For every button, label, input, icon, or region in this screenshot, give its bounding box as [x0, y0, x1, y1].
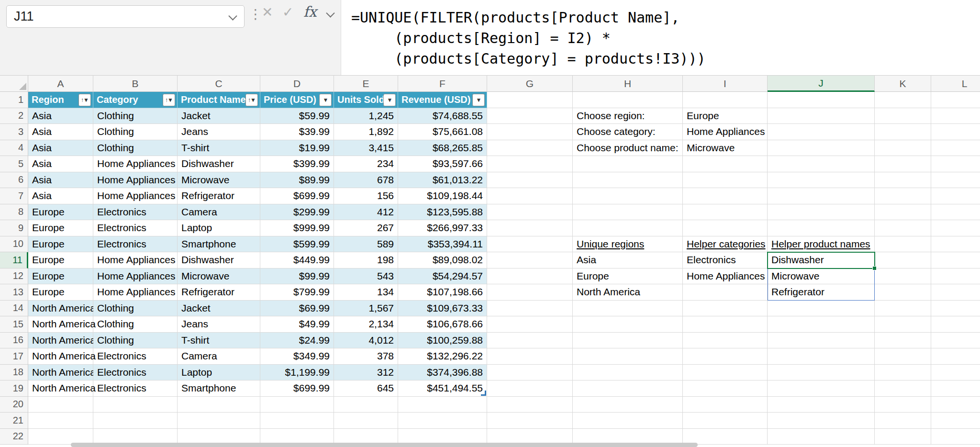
- cell-B12[interactable]: Home Appliances: [93, 268, 178, 285]
- cell-C4[interactable]: T-shirt: [178, 140, 260, 156]
- cell-I11[interactable]: Electronics: [683, 252, 768, 268]
- cell-B6[interactable]: Home Appliances: [93, 172, 178, 189]
- cell-E8[interactable]: 412: [334, 204, 398, 221]
- cell-B17[interactable]: Electronics: [93, 348, 178, 365]
- cell-K22[interactable]: [875, 429, 931, 445]
- cell-K10[interactable]: [875, 236, 931, 253]
- name-box[interactable]: J11: [6, 5, 245, 28]
- cell-C10[interactable]: Smartphone: [178, 236, 260, 253]
- cell-G5[interactable]: [487, 156, 573, 172]
- cell-K5[interactable]: [875, 156, 931, 172]
- cell-J21[interactable]: [768, 413, 875, 429]
- cell-B7[interactable]: Home Appliances: [93, 188, 178, 204]
- cell-G10[interactable]: [487, 236, 573, 253]
- cell-C1[interactable]: Product Name↑▼: [178, 92, 260, 108]
- formula-bar-collapse-icon[interactable]: [326, 9, 334, 17]
- cell-L12[interactable]: [931, 268, 980, 285]
- cell-D20[interactable]: [260, 397, 334, 413]
- column-header-L[interactable]: L: [931, 76, 980, 92]
- cell-J6[interactable]: [768, 172, 875, 189]
- cell-D5[interactable]: $399.99: [260, 156, 334, 172]
- cell-K11[interactable]: [875, 252, 931, 268]
- cell-J5[interactable]: [768, 156, 875, 172]
- cell-D13[interactable]: $799.99: [260, 284, 334, 301]
- cell-C17[interactable]: Camera: [178, 348, 260, 365]
- cell-C11[interactable]: Dishwasher: [178, 252, 260, 268]
- cell-B1[interactable]: Category↑▼: [93, 92, 178, 108]
- cell-G16[interactable]: [487, 333, 573, 349]
- cell-I7[interactable]: [683, 188, 768, 204]
- cell-E14[interactable]: 1,567: [334, 301, 398, 317]
- cell-C9[interactable]: Laptop: [178, 220, 260, 236]
- cell-F4[interactable]: $68,265.85: [398, 140, 487, 156]
- cell-E1[interactable]: Units Sold▼: [334, 92, 398, 108]
- cell-A7[interactable]: Asia: [28, 188, 93, 204]
- cell-L8[interactable]: [931, 204, 980, 221]
- column-header-G[interactable]: G: [487, 76, 573, 92]
- cell-F5[interactable]: $93,597.66: [398, 156, 487, 172]
- cell-D12[interactable]: $99.99: [260, 268, 334, 285]
- cell-E13[interactable]: 134: [334, 284, 398, 301]
- column-header-F[interactable]: F: [398, 76, 487, 92]
- cell-L14[interactable]: [931, 301, 980, 317]
- cell-I21[interactable]: [683, 413, 768, 429]
- cell-J18[interactable]: [768, 365, 875, 381]
- row-header-6[interactable]: 6: [0, 172, 28, 189]
- cell-C16[interactable]: T-shirt: [178, 333, 260, 349]
- cell-G22[interactable]: [487, 429, 573, 445]
- row-header-4[interactable]: 4: [0, 140, 28, 156]
- cell-D8[interactable]: $299.99: [260, 204, 334, 221]
- cell-H1[interactable]: [573, 92, 683, 108]
- row-header-22[interactable]: 22: [0, 429, 28, 445]
- cell-F3[interactable]: $75,661.08: [398, 124, 487, 140]
- enter-button[interactable]: ✓: [282, 4, 293, 20]
- cell-J13[interactable]: Refrigerator: [768, 284, 875, 301]
- cell-C12[interactable]: Microwave: [178, 268, 260, 285]
- cell-I18[interactable]: [683, 365, 768, 381]
- cell-L4[interactable]: [931, 140, 980, 156]
- cell-A2[interactable]: Asia: [28, 108, 93, 124]
- cell-I15[interactable]: [683, 316, 768, 333]
- cell-E16[interactable]: 4,012: [334, 333, 398, 349]
- cell-I3[interactable]: Home Appliances: [683, 124, 768, 140]
- cell-D3[interactable]: $39.99: [260, 124, 334, 140]
- cell-E4[interactable]: 3,415: [334, 140, 398, 156]
- cell-A13[interactable]: Europe: [28, 284, 93, 301]
- filter-dropdown-button[interactable]: ▼: [319, 94, 332, 106]
- cell-B5[interactable]: Home Appliances: [93, 156, 178, 172]
- cell-L6[interactable]: [931, 172, 980, 189]
- cell-A17[interactable]: North America: [28, 348, 93, 365]
- cell-B13[interactable]: Home Appliances: [93, 284, 178, 301]
- cell-D17[interactable]: $349.99: [260, 348, 334, 365]
- cell-B18[interactable]: Electronics: [93, 365, 178, 381]
- cell-L15[interactable]: [931, 316, 980, 333]
- cell-D9[interactable]: $999.99: [260, 220, 334, 236]
- cell-D14[interactable]: $69.99: [260, 301, 334, 317]
- cell-H11[interactable]: Asia: [573, 252, 683, 268]
- cell-G9[interactable]: [487, 220, 573, 236]
- cell-L11[interactable]: [931, 252, 980, 268]
- cell-E11[interactable]: 198: [334, 252, 398, 268]
- cell-I4[interactable]: Microwave: [683, 140, 768, 156]
- cell-B21[interactable]: [93, 413, 178, 429]
- cell-J9[interactable]: [768, 220, 875, 236]
- cell-F8[interactable]: $123,595.88: [398, 204, 487, 221]
- cell-C7[interactable]: Refrigerator: [178, 188, 260, 204]
- cell-D11[interactable]: $449.99: [260, 252, 334, 268]
- cell-F17[interactable]: $132,296.22: [398, 348, 487, 365]
- cell-I8[interactable]: [683, 204, 768, 221]
- row-header-15[interactable]: 15: [0, 316, 28, 333]
- cell-A8[interactable]: Europe: [28, 204, 93, 221]
- column-header-H[interactable]: H: [573, 76, 683, 92]
- cell-G21[interactable]: [487, 413, 573, 429]
- cell-E9[interactable]: 267: [334, 220, 398, 236]
- cell-E18[interactable]: 312: [334, 365, 398, 381]
- cell-H17[interactable]: [573, 348, 683, 365]
- name-box-chevron-down-icon[interactable]: [228, 11, 237, 20]
- cell-F11[interactable]: $89,098.02: [398, 252, 487, 268]
- cell-F15[interactable]: $106,678.66: [398, 316, 487, 333]
- cell-A19[interactable]: North America: [28, 380, 93, 397]
- cell-L22[interactable]: [931, 429, 980, 445]
- cell-G12[interactable]: [487, 268, 573, 285]
- column-header-E[interactable]: E: [334, 76, 398, 92]
